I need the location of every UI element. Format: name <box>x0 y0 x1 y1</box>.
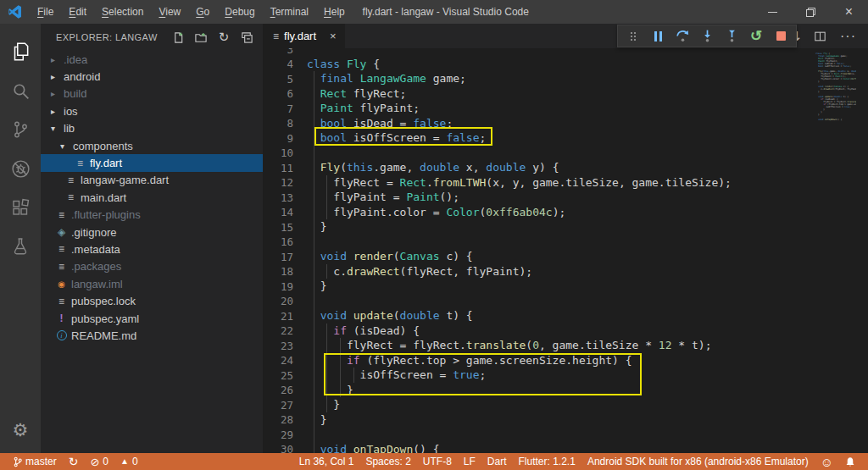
menu-edit[interactable]: Edit <box>61 0 94 24</box>
collapse-folders-button[interactable] <box>239 30 254 45</box>
restart-button[interactable]: ↺ <box>748 28 765 45</box>
status-encoding[interactable]: UTF-8 <box>417 453 458 470</box>
sync-icon: ↻ <box>69 456 79 467</box>
debug-toolbar: ↺ <box>617 25 797 47</box>
sidebar-item-debug[interactable] <box>0 149 41 188</box>
tree-item-fly-dart[interactable]: ≡fly.dart <box>41 154 263 171</box>
notifications-button[interactable] <box>839 453 861 470</box>
status-bar: master ↻ ⊘ 0 ▲ 0 Ln 36, Col 1Spaces: 2UT… <box>0 453 868 470</box>
new-folder-button[interactable] <box>193 30 209 45</box>
tree-item-android[interactable]: ▸android <box>41 68 263 85</box>
tree-item-label: README.md <box>71 329 136 342</box>
warning-count[interactable]: ▲ 0 <box>114 453 144 470</box>
menu-view[interactable]: View <box>151 0 188 24</box>
minimap[interactable]: class Fly { final LangawGame game; Rect … <box>815 50 856 121</box>
tree-item-label: lib <box>64 122 75 135</box>
tree-item-components[interactable]: ▾components <box>41 137 263 154</box>
indent-guide <box>326 338 327 353</box>
close-button[interactable]: × <box>830 0 868 24</box>
extensions-icon <box>10 197 31 218</box>
line-content: flyPaint = Paint(); <box>307 190 868 205</box>
chevron-down-icon: ▾ <box>51 124 61 133</box>
git-branch-status[interactable]: master <box>7 453 63 470</box>
tree-item--gitignore[interactable]: ◈.gitignore <box>41 224 263 241</box>
files-icon <box>9 41 31 63</box>
tree-item-pubspec-lock[interactable]: ≡pubspec.lock <box>41 292 263 309</box>
split-editor-button[interactable] <box>814 30 826 42</box>
line-content: } <box>307 383 868 398</box>
tree-item-lib[interactable]: ▾lib <box>41 120 263 137</box>
step-into-button[interactable] <box>698 28 715 45</box>
tree-item-ios[interactable]: ▸ios <box>41 102 263 119</box>
new-file-button[interactable] <box>170 30 186 45</box>
sidebar-item-extensions[interactable] <box>0 188 41 227</box>
status-cursor-position[interactable]: Ln 36, Col 1 <box>293 453 360 470</box>
line-number: 14 <box>263 206 307 218</box>
tree-item--flutter-plugins[interactable]: ≡.flutter-plugins <box>41 207 263 224</box>
code-editor[interactable]: 34class Fly {5 final LangawGame game;6 R… <box>263 48 868 453</box>
line-number: 8 <box>263 117 307 130</box>
sidebar-item-explorer[interactable] <box>0 32 41 71</box>
chevron-right-icon: ▸ <box>51 107 61 116</box>
debug-toolbar-drag-handle[interactable] <box>625 28 642 45</box>
settings-button[interactable]: ⚙ <box>0 412 41 448</box>
tree-item-langaw-game-dart[interactable]: ≡langaw-game.dart <box>41 172 263 189</box>
status-eol[interactable]: LF <box>458 453 481 470</box>
code-line-17: 17 void render(Canvas c) { <box>263 249 868 264</box>
status-flutter-version[interactable]: Flutter: 1.2.1 <box>513 453 581 470</box>
line-number: 20 <box>263 295 307 307</box>
indent-guide <box>314 368 314 383</box>
line-content: Fly(this.game, double x, double y) { <box>307 160 868 175</box>
tree-item-readme-md[interactable]: iREADME.md <box>41 327 263 344</box>
status-device[interactable]: Android SDK built for x86 (android-x86 E… <box>581 453 815 470</box>
line-number: 16 <box>263 235 307 248</box>
step-out-button[interactable] <box>723 28 740 45</box>
restore-button[interactable] <box>792 0 830 24</box>
pause-button[interactable] <box>649 28 666 45</box>
tree-item-label: .idea <box>64 53 87 66</box>
tree-item-build[interactable]: ▸build <box>41 86 263 102</box>
tree-item--metadata[interactable]: ≡.metadata <box>41 241 263 257</box>
tree-item-pubspec-yaml[interactable]: !pubspec.yaml <box>41 310 263 327</box>
menu-go[interactable]: Go <box>188 0 217 24</box>
more-actions-button[interactable]: ··· <box>840 29 856 44</box>
close-tab-button[interactable]: × <box>330 30 337 42</box>
tree-item--packages[interactable]: ≡.packages <box>41 258 263 275</box>
minimize-button[interactable] <box>754 0 792 24</box>
feedback-button[interactable]: ☺ <box>815 453 839 470</box>
step-over-button[interactable] <box>674 28 691 45</box>
code-line-27: 27 } <box>263 397 868 412</box>
tree-item-main-dart[interactable]: ≡main.dart <box>41 189 263 206</box>
menu-selection[interactable]: Selection <box>94 0 151 24</box>
stop-button[interactable] <box>772 28 789 45</box>
code-line-18: 18 c.drawRect(flyRect, flyPaint); <box>263 264 868 279</box>
sidebar-item-source-control[interactable] <box>0 110 41 149</box>
explorer-actions: ↻ <box>170 30 263 45</box>
explorer-sidebar: EXPLORER: LANGAW ↻ <box>41 24 263 453</box>
line-content: final LangawGame game; <box>307 71 868 86</box>
indent-guide <box>314 130 314 146</box>
tree-item--idea[interactable]: ▸.idea <box>41 51 263 68</box>
indent-guide <box>326 353 327 368</box>
sidebar-item-search[interactable] <box>0 71 41 110</box>
tree-item-langaw-iml[interactable]: ◉langaw.iml <box>41 275 263 292</box>
status-language-mode[interactable]: Dart <box>481 453 513 470</box>
refresh-explorer-button[interactable]: ↻ <box>216 30 231 45</box>
menu-help[interactable]: Help <box>316 0 353 24</box>
status-indentation[interactable]: Spaces: 2 <box>359 453 416 470</box>
line-number: 26 <box>263 384 307 396</box>
menu-terminal[interactable]: Terminal <box>263 0 316 24</box>
line-number: 12 <box>263 176 307 189</box>
menu-debug[interactable]: Debug <box>217 0 262 24</box>
indent-guide <box>314 397 314 412</box>
code-line-14: 14 flyPaint.color = Color(0xff6ab04c); <box>263 205 868 220</box>
menu-file[interactable]: File <box>30 0 61 24</box>
sidebar-item-test[interactable] <box>0 227 41 266</box>
collapse-all-icon <box>241 31 253 44</box>
line-content <box>307 294 868 309</box>
tab-fly-dart[interactable]: ≡ fly.dart × <box>263 24 345 48</box>
indent-guide <box>314 71 314 86</box>
sync-status[interactable]: ↻ <box>63 453 85 470</box>
indent-guide <box>326 383 327 398</box>
error-count[interactable]: ⊘ 0 <box>84 453 114 470</box>
